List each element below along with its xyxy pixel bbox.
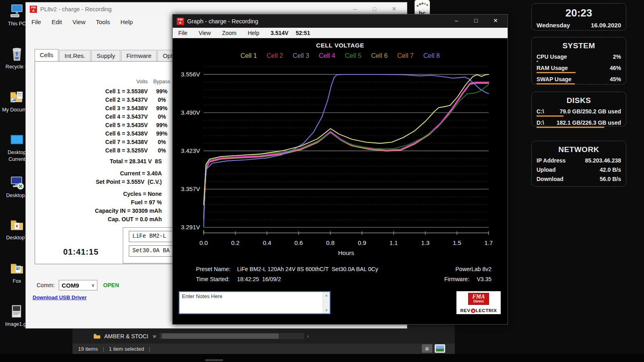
y-axis-tick-label: 3.490V	[181, 109, 200, 116]
graph-menubar: FileViewZoomHelp3.514V52:51	[173, 28, 508, 38]
cell-row: Cell 1 = 3.5538V99%	[57, 87, 178, 95]
widget-row-label: SWAP Usage	[537, 76, 572, 82]
maximize-icon[interactable]: □	[467, 17, 485, 24]
widget-row-label: D:\	[537, 119, 544, 126]
tab-supply[interactable]: Supply	[91, 50, 120, 62]
x-axis-tick-label: 0.6	[295, 239, 303, 246]
explorer-status-bar: 19 items | 1 item selected | ▦	[72, 343, 455, 354]
scroll-up-icon[interactable]: ▲	[324, 293, 328, 297]
summary-fuel: Fuel = 97 %	[57, 199, 162, 208]
tab-cells[interactable]: Cells	[35, 49, 58, 62]
selected-count: 1 item selected	[109, 346, 144, 352]
disks-widget: DISKS C:\79.0 GB/250.2 GB usedD:\182.1 G…	[531, 92, 626, 126]
preset-name-label: Preset Name:	[196, 266, 231, 272]
x-axis-tick-label: 1.3	[421, 239, 429, 246]
cell-row: Cell 2 = 3.5437V0%	[57, 95, 178, 104]
cell-bypass: 0%	[148, 97, 176, 103]
notes-placeholder[interactable]: Enter Notes Here	[180, 292, 323, 313]
details-view-button[interactable]: ▦	[422, 344, 432, 353]
disks-row: C:\79.0 GB/250.2 GB used	[537, 108, 621, 117]
clock-day: Wednesday	[537, 22, 570, 29]
fma-app-icon: FMA	[177, 18, 184, 25]
device-name: PowerLab 8v2	[455, 266, 491, 272]
system-row: CPU Usage2%	[537, 53, 621, 62]
cell-bypass: 0%	[148, 113, 176, 120]
pl8v2-window-title: PL8v2 - charge - Recording	[40, 6, 111, 12]
tree-item-amber[interactable]: AMBER & STOCI ∨	[93, 333, 156, 339]
pc-icon	[9, 3, 25, 19]
graph-window-title: Graph - charge - Recording	[187, 18, 258, 25]
taskbar[interactable]	[0, 354, 644, 362]
usage-bar	[537, 127, 621, 128]
tab-intres[interactable]: Int.Res.	[59, 50, 91, 62]
bin-icon	[9, 46, 25, 62]
legend-cell4: Cell 4	[319, 52, 335, 60]
comm-status: OPEN	[103, 282, 119, 288]
menu-zoom[interactable]: Zoom	[222, 30, 237, 36]
legend-cell6: Cell 6	[371, 52, 388, 60]
minimize-icon[interactable]: –	[448, 17, 465, 24]
bc-icon-dots	[417, 2, 428, 7]
menu-help[interactable]: Help	[248, 30, 259, 36]
menu-file[interactable]: File	[31, 19, 41, 25]
download-usb-driver-link[interactable]: Download USB Driver	[33, 294, 87, 300]
cell-bypass: 99%	[148, 105, 176, 111]
summary-capout: Cap. OUT = 0.0 mAh	[57, 216, 162, 224]
cell-bypass: 99%	[148, 88, 176, 95]
close-icon[interactable]: ✕	[487, 17, 504, 24]
y-axis-tick-label: 3.423V	[181, 147, 200, 154]
voltage-chart: 3.556V3.490V3.423V3.357V3.291V0.00.20.40…	[176, 62, 495, 259]
menu-edit[interactable]: Edit	[52, 19, 62, 25]
comm-port-select[interactable]: COM9 ∨	[59, 280, 97, 290]
scroll-left-icon[interactable]: ‹	[153, 333, 159, 339]
y-axis-tick-label: 3.291V	[181, 224, 200, 230]
close-icon[interactable]: ✕	[385, 6, 403, 12]
comm-label: Comm:	[37, 282, 55, 288]
menu-file[interactable]: File	[178, 30, 188, 36]
cell-bypass: 0%	[148, 139, 176, 145]
legend-cell3: Cell 3	[293, 52, 309, 60]
scrollbar-track[interactable]	[159, 333, 304, 339]
cell-volts: Cell 7 = 3.5438V	[57, 139, 148, 145]
graph-titlebar[interactable]: FMA Graph - charge - Recording – □ ✕	[173, 14, 508, 28]
menu-view[interactable]: View	[199, 30, 211, 36]
folder-pic-icon	[9, 261, 25, 277]
y-axis-tick-label: 3.357V	[181, 185, 200, 192]
system-row: RAM Usage46%	[537, 65, 621, 73]
legend-cell7: Cell 7	[397, 52, 414, 60]
menubar-voltage-readout: 3.514V	[270, 30, 288, 36]
clock-widget: 20:23 Wednesday 16.09.2020	[531, 3, 626, 31]
firmware-value: V3.35	[477, 276, 491, 282]
legend-cell5: Cell 5	[345, 52, 361, 60]
usage-bar	[537, 72, 621, 73]
system-row: SWAP Usage45%	[537, 76, 621, 84]
charge-summary: Total = 28.341 V 8SCurrent = 3.40ASet Po…	[57, 153, 178, 224]
notes-box[interactable]: Enter Notes Here ▲ ▼	[179, 291, 330, 314]
cell-row: Cell 6 = 3.5438V99%	[57, 129, 178, 138]
notes-scrollbar[interactable]: ▲ ▼	[323, 292, 330, 313]
thumbnail-view-button[interactable]	[435, 344, 445, 353]
series-cell3	[204, 83, 489, 220]
items-count: 19 items	[78, 346, 98, 352]
cell-volts: Cell 1 = 3.5538V	[57, 88, 148, 95]
menu-tools[interactable]: Tools	[96, 19, 110, 25]
summary-cycles: Cycles = None	[57, 191, 162, 199]
legend-cell1: Cell 1	[240, 52, 257, 60]
tab-firmware[interactable]: Firmware	[121, 50, 157, 62]
scroll-down-icon[interactable]: ▼	[324, 308, 328, 313]
menu-view[interactable]: View	[72, 19, 85, 25]
horizontal-scrollbar[interactable]: ‹ ›	[153, 333, 311, 339]
maximize-icon[interactable]: □	[366, 6, 384, 12]
menubar-time-readout: 52:51	[296, 30, 310, 36]
widget-row-label: IP Address	[537, 157, 566, 164]
clock-date: 16.09.2020	[591, 22, 621, 29]
scrollbar-thumb[interactable]	[162, 333, 279, 339]
network-widget: NETWORK IP Address85.203.46.238Upload42.…	[531, 141, 626, 187]
widget-row-value: 45%	[610, 76, 621, 82]
menu-help[interactable]: Help	[120, 19, 133, 25]
minimize-icon[interactable]: –	[346, 6, 364, 12]
scroll-right-icon[interactable]: ›	[305, 333, 311, 339]
tree-item-label: AMBER & STOCI	[104, 333, 148, 339]
time-started-label: Time Started:	[196, 276, 230, 282]
y-axis-tick-label: 3.556V	[181, 71, 200, 78]
